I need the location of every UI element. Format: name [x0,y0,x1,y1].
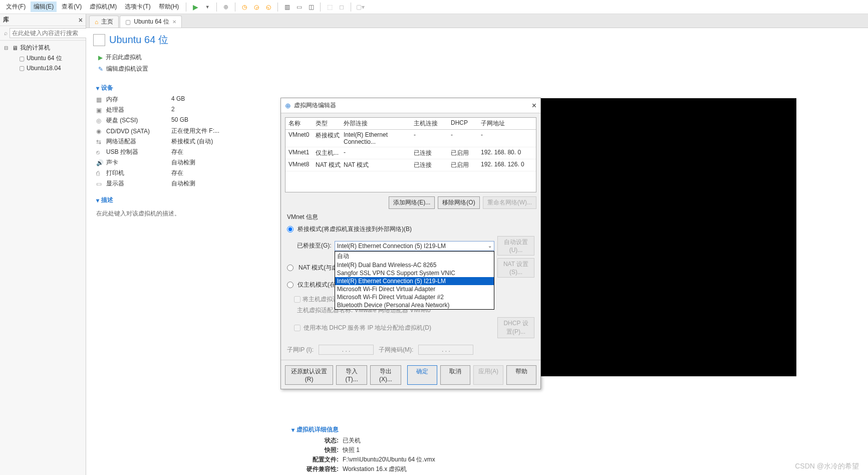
menu-view[interactable]: 查看(V) [59,2,85,12]
detail-value: 已关机 [343,436,435,445]
page-title: Ubuntu 64 位 [109,33,168,47]
export-button[interactable]: 导出(X)... [370,365,401,385]
add-network-button[interactable]: 添加网络(E)... [389,196,435,209]
send-ctrl-alt-del-icon[interactable]: ⊕ [221,2,231,12]
close-icon[interactable]: ✕ [172,19,176,25]
vm-icon: ▢ [19,55,25,62]
close-icon[interactable]: × [532,101,536,110]
fit-icon[interactable]: ◻ [337,2,347,12]
menu-tabs[interactable]: 选项卡(T) [122,2,153,12]
net-row-vmnet0[interactable]: VMnet0桥接模式Intel(R) Ethernet Connectio...… [285,130,536,147]
details-header[interactable]: ▾虚拟机详细信息 [292,425,435,436]
tab-label: Ubuntu 64 位 [134,18,169,26]
action-label: 编辑虚拟机设置 [106,65,148,73]
tree-root[interactable]: ⊟ 🖥 我的计算机 [2,43,84,53]
chevron-down-icon: ⌄ [488,243,492,249]
import-button[interactable]: 导入(T)... [336,365,367,385]
radio-bridge[interactable] [287,226,294,232]
dd-item[interactable]: Microsoft Wi-Fi Direct Virtual Adapter [335,285,494,293]
snapshot-manager-icon[interactable]: ◵ [263,2,273,12]
edit-settings-button[interactable]: ✎ 编辑虚拟机设置 [96,63,858,75]
tree-item-ubuntu18[interactable]: ▢ Ubuntu18.04 [2,64,84,73]
col-name: 名称 [288,119,316,128]
watermark: CSDN @水冷的希望 [795,462,859,471]
cpu-icon: ▣ [96,107,103,114]
dd-item[interactable]: Bluetooth Device (Personal Area Network) [335,301,494,309]
separator [186,3,186,12]
dev-display[interactable]: ▭显示器 [96,179,166,188]
dev-printer[interactable]: ⎙打印机 [96,169,166,177]
menu-vm[interactable]: 虚拟机(M) [87,2,120,12]
chevron-down-icon: ▾ [292,426,295,433]
auto-set-button[interactable]: 自动设置(U)... [497,236,534,256]
dd-item[interactable]: Intel(R) Dual Band Wireless-AC 8265 [335,261,494,269]
search-input[interactable] [10,28,90,38]
snapshot-revert-icon[interactable]: ◶ [251,2,261,12]
memory-icon: ▦ [96,96,103,103]
radio-nat[interactable] [287,265,294,271]
view-dropdown-icon[interactable]: ▢▾ [355,2,365,12]
dev-net[interactable]: ⇆网络适配器 [96,137,166,146]
tree-item-ubuntu64[interactable]: ▢ Ubuntu 64 位 [2,53,84,64]
display-icon: ▭ [96,180,103,187]
menu-help[interactable]: 帮助(H) [156,2,182,12]
action-label: 开启此虚拟机 [106,53,142,62]
close-icon[interactable]: × [79,16,83,24]
edit-icon: ✎ [98,66,103,73]
tab-home[interactable]: ⌂ 主页 [89,16,119,28]
dev-cpu[interactable]: ▣处理器 [96,106,166,114]
cancel-button[interactable]: 取消 [440,365,470,385]
stretch-icon[interactable]: ⬚ [325,2,335,12]
collapse-icon[interactable]: ⊟ [4,45,10,51]
menu-file[interactable]: 文件(F) [3,2,29,12]
col-dhcp: DHCP [451,119,481,128]
network-list[interactable]: 名称 类型 外部连接 主机连接 DHCP 子网地址 VMnet0桥接模式Inte… [285,117,536,192]
separator [351,3,351,12]
radio-hostonly[interactable] [287,282,294,288]
adapter-dropdown: 自动 Intel(R) Dual Band Wireless-AC 8265 S… [335,251,494,310]
help-button[interactable]: 帮助 [506,365,536,385]
restore-defaults-button[interactable]: 还原默认设置(R) [285,365,333,385]
dev-usb[interactable]: ⎋USB 控制器 [96,148,166,156]
layout-icon[interactable]: ▥ [282,2,292,12]
remove-network-button[interactable]: 移除网络(O) [438,196,479,209]
bridge-adapter-combo[interactable]: Intel(R) Ethernet Connection (5) I219-LM… [335,241,494,251]
net-row-vmnet8[interactable]: VMnet8NAT 模式NAT 模式已连接已启用192. 168. 126. 0 [285,159,536,171]
tab-ubuntu64[interactable]: ▢ Ubuntu 64 位 ✕ [120,16,182,28]
dd-item[interactable]: Microsoft Wi-Fi Direct Virtual Adapter #… [335,293,494,301]
snapshot-icon[interactable]: ◷ [239,2,249,12]
detail-value: 快照 1 [343,446,435,454]
rename-network-button[interactable]: 重命名网络(W)... [483,196,536,209]
vm-icon [93,34,105,46]
detail-value: F:\vm\Ubuntu20\Ubuntu 64 位.vmx [343,455,435,464]
net-row-vmnet1[interactable]: VMnet1仅主机...-已连接已启用192. 168. 80. 0 [285,147,536,159]
dev-cd[interactable]: ◉CD/DVD (SATA) [96,127,166,135]
home-icon: ⌂ [95,19,98,26]
tab-label: 主页 [101,18,113,26]
dhcp-set-button[interactable]: DHCP 设置(P)... [497,317,534,338]
menu-edit[interactable]: 编辑(E) [31,2,57,12]
devices-header[interactable]: ▾设备 [96,84,858,95]
dd-item-selected[interactable]: Intel(R) Ethernet Connection (5) I219-LM [335,277,494,285]
col-subnet: 子网地址 [481,119,533,128]
tree-item-label: Ubuntu18.04 [27,65,61,72]
apply-button[interactable]: 应用(A) [473,365,503,385]
sound-icon: 🔊 [96,159,103,166]
dev-disk[interactable]: ◎硬盘 (SCSI) [96,116,166,125]
start-vm-button[interactable]: ▶ 开启此虚拟机 [96,52,858,63]
unity-icon[interactable]: ◫ [306,2,316,12]
dd-item[interactable]: 自动 [335,252,494,261]
dev-memory[interactable]: ▦内存 [96,95,166,104]
dropdown-icon[interactable]: ▼ [202,2,212,12]
combo-value: Intel(R) Ethernet Connection (5) I219-LM [337,243,446,250]
play-icon[interactable]: ▶ [190,2,200,12]
dd-item[interactable]: Sangfor SSL VPN CS Support System VNIC [335,269,494,277]
dev-sound[interactable]: 🔊声卡 [96,158,166,167]
nat-set-button[interactable]: NAT 设置(S)... [497,258,534,278]
fullscreen-icon[interactable]: ▭ [294,2,304,12]
network-icon: ⇆ [96,138,103,145]
vm-details: ▾虚拟机详细信息 状态:已关机 快照:快照 1 配置文件:F:\vm\Ubunt… [292,425,435,474]
detail-label: 硬件兼容性: [292,465,339,473]
tree-root-label: 我的计算机 [20,44,50,52]
ok-button[interactable]: 确定 [407,365,437,385]
